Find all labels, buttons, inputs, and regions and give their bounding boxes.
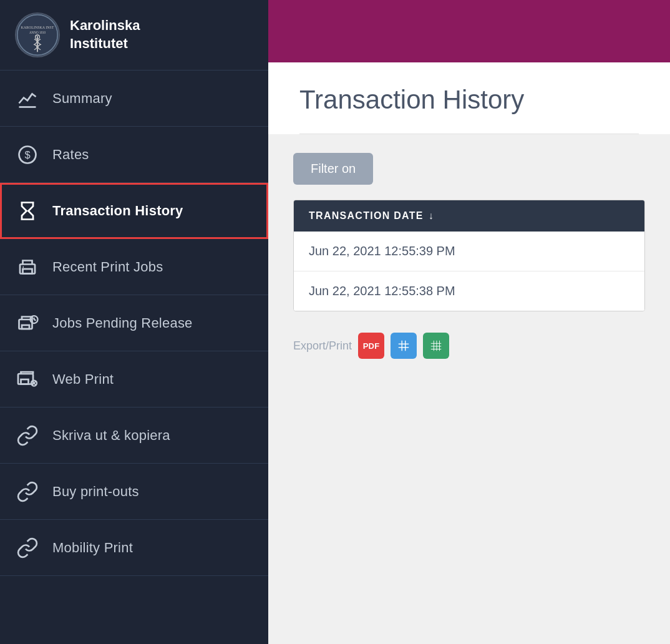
sidebar: KAROLINSKA INST ANNO 1810 Karolinska Ins… [0, 0, 268, 644]
sidebar-item-label: Summary [52, 90, 112, 107]
export-pdf-button[interactable]: PDF [358, 333, 384, 359]
export-label: Export/Print [293, 339, 352, 353]
filter-button[interactable]: Filter on [293, 153, 373, 185]
web-print-icon [15, 367, 40, 392]
sidebar-item-mobility-print[interactable]: Mobility Print [0, 520, 268, 576]
export-excel-button[interactable] [423, 333, 449, 359]
content-area: Filter on TRANSACTION DATE ↓ Jun 22, 202… [268, 134, 670, 644]
main-panel: Transaction History Filter on TRANSACTIO… [268, 0, 670, 644]
column-header-label: TRANSACTION DATE [309, 210, 424, 222]
printer-inbox-icon [15, 255, 40, 280]
sidebar-item-jobs-pending-release[interactable]: Jobs Pending Release [0, 295, 268, 351]
hourglass-icon [15, 198, 40, 223]
sidebar-item-label: Mobility Print [52, 540, 133, 556]
svg-text:KAROLINSKA INST: KAROLINSKA INST [21, 26, 54, 29]
link2-icon [15, 479, 40, 504]
link3-icon [15, 535, 40, 560]
sidebar-item-buy-printouts[interactable]: Buy print-outs [0, 464, 268, 520]
svg-rect-15 [22, 325, 29, 329]
sidebar-item-label: Skriva ut & kopiera [52, 427, 170, 444]
sidebar-item-label: Jobs Pending Release [52, 315, 193, 331]
sort-arrow-icon: ↓ [429, 210, 434, 222]
page-title-area: Transaction History [268, 62, 670, 134]
sidebar-item-label: Web Print [52, 371, 114, 388]
sidebar-header: KAROLINSKA INST ANNO 1810 Karolinska Ins… [0, 0, 268, 71]
brand-name: Karolinska Institutet [70, 17, 140, 52]
sidebar-item-rates[interactable]: $ Rates [0, 127, 268, 183]
sidebar-item-label: Transaction History [52, 203, 183, 219]
table-row: Jun 22, 2021 12:55:39 PM [294, 232, 644, 271]
main-header-bar [268, 0, 670, 62]
printer-clock-icon [15, 311, 40, 336]
sidebar-item-recent-print-jobs[interactable]: Recent Print Jobs [0, 239, 268, 295]
svg-line-14 [34, 320, 36, 321]
logo: KAROLINSKA INST ANNO 1810 [15, 12, 60, 57]
export-csv-button[interactable] [391, 333, 417, 359]
transaction-table: TRANSACTION DATE ↓ Jun 22, 2021 12:55:39… [293, 200, 645, 311]
sidebar-item-label: Rates [52, 147, 89, 163]
svg-text:$: $ [24, 149, 30, 160]
svg-text:ANNO 1810: ANNO 1810 [29, 31, 46, 34]
transaction-date-1: Jun 22, 2021 12:55:39 PM [309, 244, 455, 258]
svg-rect-17 [21, 379, 29, 384]
chart-line-icon [15, 86, 40, 111]
sidebar-item-summary[interactable]: Summary [0, 71, 268, 127]
sidebar-item-transaction-history[interactable]: Transaction History [0, 183, 268, 239]
sidebar-item-web-print[interactable]: Web Print [0, 351, 268, 407]
svg-rect-9 [23, 269, 32, 274]
link-icon [15, 423, 40, 448]
sidebar-item-label: Recent Print Jobs [52, 259, 163, 275]
dollar-circle-icon: $ [15, 142, 40, 167]
table-row: Jun 22, 2021 12:55:38 PM [294, 271, 644, 311]
page-title: Transaction History [299, 85, 639, 134]
table-header: TRANSACTION DATE ↓ [294, 200, 644, 232]
transaction-date-2: Jun 22, 2021 12:55:38 PM [309, 284, 455, 298]
sidebar-item-label: Buy print-outs [52, 484, 139, 500]
export-section: Export/Print PDF [293, 326, 645, 365]
svg-rect-21 [399, 341, 409, 351]
sidebar-item-skriva-ut[interactable]: Skriva ut & kopiera [0, 407, 268, 464]
